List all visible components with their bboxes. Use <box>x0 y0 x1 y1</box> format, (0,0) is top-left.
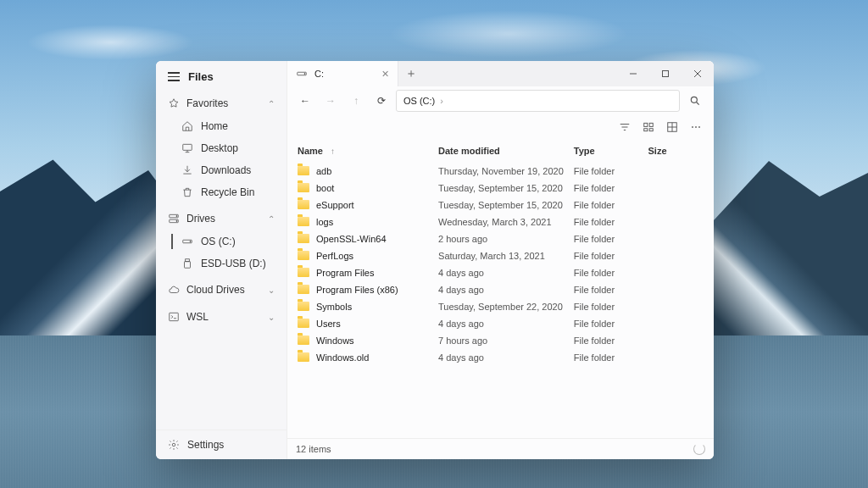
download-icon <box>181 164 193 176</box>
cell-name: logs <box>292 214 433 230</box>
tab-close-button[interactable]: ✕ <box>381 69 389 80</box>
breadcrumb-root[interactable]: OS (C:) <box>403 96 435 106</box>
cell-size <box>643 180 709 197</box>
cell-date: Wednesday, March 3, 2021 <box>433 214 569 230</box>
hamburger-menu-button[interactable] <box>168 72 180 81</box>
gear-icon <box>168 439 180 451</box>
sidebar-section-cloud: Cloud Drives ⌄ <box>156 276 287 303</box>
cloud-icon <box>168 284 180 296</box>
table-row[interactable]: Program Files (x86)4 days agoFile folder <box>292 281 709 298</box>
terminal-icon <box>168 311 180 323</box>
status-bar: 12 items <box>287 438 714 459</box>
svg-rect-15 <box>644 123 648 126</box>
column-header-type[interactable]: Type <box>569 139 643 163</box>
chevron-down-icon: ⌄ <box>268 286 275 295</box>
cell-size <box>643 315 709 332</box>
sidebar-section-drives: Drives ⌃ OS (C:) ESD-USB (D:) <box>156 205 287 276</box>
table-row[interactable]: SymbolsTuesday, September 22, 2020File f… <box>292 298 709 315</box>
svg-rect-9 <box>170 313 179 320</box>
home-icon <box>181 120 193 132</box>
column-header-name[interactable]: Name ↑ <box>292 139 433 163</box>
cell-date: Tuesday, September 15, 2020 <box>433 180 569 197</box>
desktop-wallpaper: Files Favorites ⌃ Home Desktop <box>0 0 868 488</box>
window-maximize-button[interactable] <box>649 61 682 86</box>
table-row[interactable]: bootTuesday, September 15, 2020File fold… <box>292 180 709 197</box>
cell-type: File folder <box>569 197 643 214</box>
cell-name: Program Files (x86) <box>292 281 433 298</box>
status-item-count: 12 items <box>296 444 331 454</box>
table-row[interactable]: OpenSSL-Win642 hours agoFile folder <box>292 230 709 247</box>
cell-size <box>643 163 709 180</box>
column-header-date[interactable]: Date modified <box>433 139 569 163</box>
chevron-down-icon: ⌄ <box>268 313 275 322</box>
nav-up-button[interactable]: ↑ <box>345 90 367 112</box>
table-row[interactable]: adbThursday, November 19, 2020File folde… <box>292 163 709 180</box>
recycle-icon <box>181 186 193 198</box>
tab-label: C: <box>314 69 324 79</box>
new-tab-button[interactable]: ＋ <box>398 61 424 86</box>
cell-type: File folder <box>569 298 643 315</box>
cell-size <box>643 247 709 264</box>
sidebar: Files Favorites ⌃ Home Desktop <box>156 61 287 459</box>
sidebar-item-downloads[interactable]: Downloads <box>156 159 287 181</box>
sidebar-heading-drives[interactable]: Drives ⌃ <box>156 207 287 230</box>
svg-rect-18 <box>649 129 653 131</box>
search-button[interactable] <box>683 90 707 112</box>
sidebar-item-drive-d[interactable]: ESD-USB (D:) <box>156 252 287 274</box>
nav-refresh-button[interactable]: ⟳ <box>370 90 392 112</box>
nav-forward-button[interactable]: → <box>320 90 342 112</box>
table-row[interactable]: Users4 days agoFile folder <box>292 315 709 332</box>
cell-size <box>643 230 709 247</box>
cell-type: File folder <box>569 349 643 366</box>
folder-icon <box>298 251 309 260</box>
cell-date: 2 hours ago <box>433 230 569 247</box>
more-options-button[interactable]: ⋯ <box>685 118 707 136</box>
svg-rect-7 <box>186 259 190 262</box>
cell-type: File folder <box>569 281 643 298</box>
svg-point-3 <box>176 216 177 217</box>
cell-date: 4 days ago <box>433 349 569 366</box>
cell-type: File folder <box>569 332 643 349</box>
layout-button[interactable] <box>661 118 683 136</box>
sidebar-item-recycle-bin[interactable]: Recycle Bin <box>156 181 287 203</box>
sort-ascending-icon: ↑ <box>331 147 335 156</box>
drive-icon <box>181 236 193 247</box>
grouping-button[interactable] <box>637 118 659 136</box>
cell-date: 4 days ago <box>433 315 569 332</box>
sidebar-section-favorites: Favorites ⌃ Home Desktop Downloads <box>156 90 287 205</box>
cell-name: Symbols <box>292 298 433 315</box>
table-row[interactable]: eSupportTuesday, September 15, 2020File … <box>292 197 709 214</box>
window-minimize-button[interactable] <box>617 61 649 86</box>
sidebar-heading-favorites[interactable]: Favorites ⌃ <box>156 92 287 115</box>
sidebar-item-desktop[interactable]: Desktop <box>156 137 287 159</box>
table-row[interactable]: Windows7 hours agoFile folder <box>292 332 709 349</box>
column-header-size[interactable]: Size <box>643 139 709 163</box>
sidebar-heading-label: Drives <box>186 213 215 225</box>
cell-date: Thursday, November 19, 2020 <box>433 163 569 180</box>
sidebar-item-label: Downloads <box>201 164 251 176</box>
sidebar-item-settings[interactable]: Settings <box>156 430 287 459</box>
view-toolbar: ⋯ <box>287 115 714 139</box>
cell-size <box>643 197 709 214</box>
table-row[interactable]: Program Files4 days agoFile folder <box>292 264 709 281</box>
filter-button[interactable] <box>614 118 636 136</box>
cell-type: File folder <box>569 315 643 332</box>
window-close-button[interactable] <box>682 61 714 86</box>
table-row[interactable]: Windows.old4 days agoFile folder <box>292 349 709 366</box>
cell-type: File folder <box>569 230 643 247</box>
sidebar-item-home[interactable]: Home <box>156 115 287 137</box>
file-list[interactable]: Name ↑ Date modified Type Size adbThursd… <box>287 139 714 438</box>
nav-back-button[interactable]: ← <box>294 90 316 112</box>
table-row[interactable]: PerfLogsSaturday, March 13, 2021File fol… <box>292 247 709 264</box>
chevron-right-icon: › <box>440 96 443 106</box>
tab-active[interactable]: C: ✕ <box>287 61 398 86</box>
sidebar-heading-wsl[interactable]: WSL ⌄ <box>156 305 287 329</box>
sidebar-heading-cloud[interactable]: Cloud Drives ⌄ <box>156 278 287 302</box>
table-row[interactable]: logsWednesday, March 3, 2021File folder <box>292 214 709 230</box>
address-bar[interactable]: OS (C:) › <box>396 90 680 112</box>
sidebar-heading-label: Favorites <box>186 97 228 109</box>
sidebar-item-drive-c[interactable]: OS (C:) <box>156 230 287 252</box>
svg-point-6 <box>190 241 191 241</box>
file-table: Name ↑ Date modified Type Size adbThursd… <box>292 139 709 366</box>
cell-size <box>643 264 709 281</box>
